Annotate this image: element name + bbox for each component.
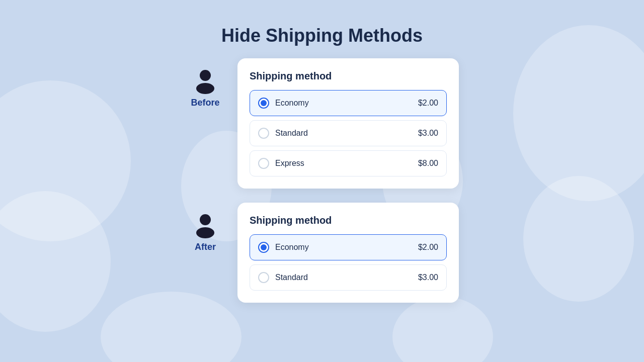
after-radio-standard xyxy=(258,272,269,283)
before-option-standard[interactable]: Standard $3.00 xyxy=(250,120,447,146)
before-option-economy-left: Economy xyxy=(258,98,309,109)
before-options-list: Economy $2.00 Standard $3.00 E xyxy=(250,90,447,176)
before-option-price-economy: $2.00 xyxy=(418,99,438,108)
before-radio-standard xyxy=(258,128,269,139)
after-options-list: Economy $2.00 Standard $3.00 xyxy=(250,234,447,291)
before-option-standard-left: Standard xyxy=(258,128,308,139)
svg-point-3 xyxy=(196,227,214,238)
after-option-economy[interactable]: Economy $2.00 xyxy=(250,234,447,260)
before-label: Before xyxy=(191,98,219,108)
after-option-standard-left: Standard xyxy=(258,272,308,283)
before-option-name-economy: Economy xyxy=(275,99,309,108)
svg-point-0 xyxy=(200,70,211,81)
after-person-block: After xyxy=(185,203,225,252)
before-option-price-express: $8.00 xyxy=(418,159,438,168)
page-title: Hide Shipping Methods xyxy=(221,25,423,46)
after-label: After xyxy=(195,242,216,252)
before-option-economy[interactable]: Economy $2.00 xyxy=(250,90,447,116)
before-option-name-standard: Standard xyxy=(275,129,308,138)
before-radio-economy xyxy=(258,98,269,109)
before-radio-inner-economy xyxy=(261,100,267,106)
after-section: After Shipping method Economy $2.00 xyxy=(185,203,459,303)
before-person-icon xyxy=(191,66,219,95)
after-option-economy-left: Economy xyxy=(258,242,309,253)
svg-point-1 xyxy=(196,83,214,94)
before-option-price-standard: $3.00 xyxy=(418,129,438,138)
svg-point-2 xyxy=(200,214,211,225)
after-option-standard[interactable]: Standard $3.00 xyxy=(250,264,447,291)
after-card-title: Shipping method xyxy=(250,215,447,226)
after-radio-economy xyxy=(258,242,269,253)
before-radio-express xyxy=(258,158,269,169)
after-radio-inner-economy xyxy=(261,244,267,250)
after-person-icon xyxy=(191,211,219,239)
after-option-name-standard: Standard xyxy=(275,273,308,282)
before-option-express-left: Express xyxy=(258,158,304,169)
after-option-name-economy: Economy xyxy=(275,243,309,252)
before-card-title: Shipping method xyxy=(250,70,447,82)
main-content: Before Shipping method Economy $2.00 xyxy=(185,58,459,303)
before-section: Before Shipping method Economy $2.00 xyxy=(185,58,459,189)
before-option-express[interactable]: Express $8.00 xyxy=(250,150,447,176)
after-option-price-standard: $3.00 xyxy=(418,273,438,282)
before-shipping-card: Shipping method Economy $2.00 xyxy=(237,58,459,189)
before-option-name-express: Express xyxy=(275,159,304,168)
after-shipping-card: Shipping method Economy $2.00 xyxy=(237,203,459,303)
before-person-block: Before xyxy=(185,58,225,108)
after-option-price-economy: $2.00 xyxy=(418,243,438,252)
